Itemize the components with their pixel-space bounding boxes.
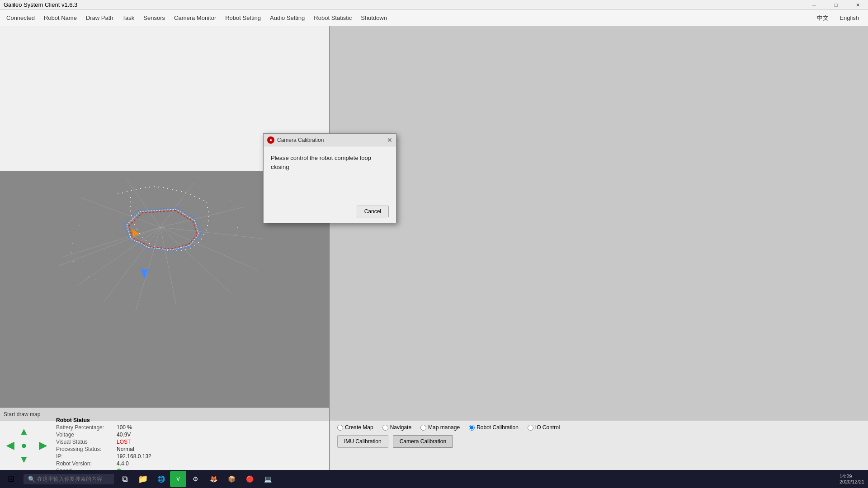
taskbar-app3-icon[interactable]: 🦊 [204,470,222,488]
taskbar-search-area[interactable]: 🔍 [24,474,114,484]
time-display: 14:29 [840,474,864,479]
taskbar-app5-icon[interactable]: 🔴 [241,470,259,488]
date-display: 2020/12/21 [840,479,864,484]
taskbar-browser-icon[interactable]: 🌐 [152,470,170,488]
taskbar-explorer-icon[interactable]: 📁 [134,470,152,488]
dialog-title: Camera Calibration [277,137,392,143]
taskbar-time: 14:29 2020/12/21 [840,474,864,484]
modal-overlay: ● Camera Calibration ✕ Please control th… [0,0,868,488]
dialog-footer: Cancel [264,202,396,223]
taskbar-app4-icon[interactable]: 📦 [222,470,241,488]
taskbar: ⊞ 🔍 ⧉ 📁 🌐 V ⚙ 🦊 📦 🔴 💻 14:29 2020/12/21 [0,470,868,488]
camera-calibration-dialog: ● Camera Calibration ✕ Please control th… [263,133,396,223]
start-button[interactable]: ⊞ [0,470,22,488]
search-icon: 🔍 [28,476,35,483]
taskbar-search-input[interactable] [37,476,109,482]
dialog-titlebar: ● Camera Calibration ✕ [264,134,396,146]
taskbar-right-area: 14:29 2020/12/21 [840,474,868,484]
dialog-icon: ● [267,136,274,144]
dialog-close-button[interactable]: ✕ [385,136,394,145]
cancel-button[interactable]: Cancel [357,206,389,217]
taskbar-app2-icon[interactable]: ⚙ [186,470,204,488]
dialog-body: Please control the robot complete loop c… [264,146,396,202]
taskbar-files-icon[interactable]: ⧉ [116,470,134,488]
taskbar-app1-icon[interactable]: V [170,471,186,487]
taskbar-app6-icon[interactable]: 💻 [259,470,277,488]
dialog-message: Please control the robot complete loop c… [271,154,389,171]
